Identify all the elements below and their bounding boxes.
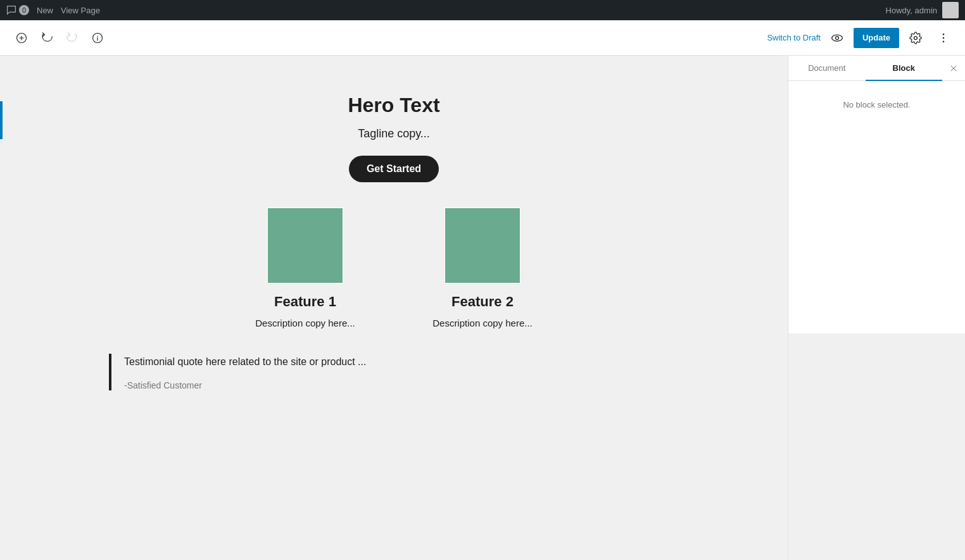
admin-avatar[interactable] bbox=[942, 2, 959, 18]
svg-point-3 bbox=[835, 36, 838, 39]
new-menu[interactable]: New bbox=[34, 6, 56, 15]
feature-1-description[interactable]: Description copy here... bbox=[236, 318, 375, 328]
plus-icon bbox=[16, 32, 27, 44]
switch-to-draft-link[interactable]: Switch to Draft bbox=[767, 33, 821, 42]
editor-area[interactable]: Hero Text Tagline copy... Get Started bbox=[0, 56, 788, 560]
editor-content: Hero Text Tagline copy... Get Started bbox=[58, 68, 729, 428]
editor-toolbar: Switch to Draft Update bbox=[0, 20, 965, 56]
block-indicator bbox=[0, 101, 3, 139]
svg-point-2 bbox=[832, 35, 843, 41]
preview-button[interactable] bbox=[826, 27, 848, 49]
main-layout: Hero Text Tagline copy... Get Started bbox=[0, 56, 965, 560]
settings-button[interactable] bbox=[904, 27, 927, 49]
svg-point-4 bbox=[914, 36, 918, 39]
eye-icon bbox=[831, 32, 843, 44]
sidebar-tabs: Document Block bbox=[788, 56, 965, 81]
testimonial-author[interactable]: -Satisfied Customer bbox=[124, 380, 679, 390]
sidebar-panel-content: No block selected. bbox=[788, 81, 965, 333]
feature-2-placeholder-svg bbox=[445, 208, 520, 283]
svg-rect-11 bbox=[267, 208, 343, 283]
sidebar-close-button[interactable] bbox=[942, 56, 965, 80]
right-sidebar: Document Block No block selected. bbox=[788, 56, 965, 560]
feature-1-item: Feature 1 Description copy here... bbox=[236, 208, 375, 328]
features-section: Feature 1 Description copy here... Featu… bbox=[109, 208, 679, 328]
comment-icon bbox=[6, 5, 16, 15]
undo-icon bbox=[41, 32, 53, 44]
gear-icon bbox=[909, 32, 922, 44]
feature-1-title[interactable]: Feature 1 bbox=[236, 294, 375, 310]
add-block-button[interactable] bbox=[10, 27, 33, 49]
redo-icon bbox=[66, 32, 78, 44]
info-button[interactable] bbox=[86, 27, 109, 49]
update-button[interactable]: Update bbox=[854, 28, 899, 48]
no-block-message: No block selected. bbox=[843, 100, 910, 109]
feature-1-image bbox=[267, 208, 343, 283]
hero-cta-button[interactable]: Get Started bbox=[349, 156, 439, 182]
close-icon bbox=[949, 63, 959, 73]
feature-1-placeholder-svg bbox=[267, 208, 343, 283]
comment-count: 0 bbox=[19, 5, 29, 15]
feature-2-image bbox=[445, 208, 520, 283]
svg-point-5 bbox=[943, 33, 945, 35]
undo-button[interactable] bbox=[35, 27, 58, 49]
toolbar-left bbox=[10, 27, 109, 49]
svg-point-7 bbox=[943, 40, 945, 42]
more-options-button[interactable] bbox=[932, 27, 955, 49]
testimonial-quote[interactable]: Testimonial quote here related to the si… bbox=[124, 354, 679, 370]
comments-icon-area[interactable]: 0 bbox=[6, 5, 29, 15]
sidebar-body-empty bbox=[788, 333, 965, 561]
redo-button[interactable] bbox=[61, 27, 84, 49]
tab-document[interactable]: Document bbox=[788, 56, 866, 80]
tab-block[interactable]: Block bbox=[866, 56, 943, 80]
feature-2-title[interactable]: Feature 2 bbox=[413, 294, 552, 310]
admin-bar-right: Howdy, admin bbox=[886, 2, 959, 18]
testimonial-section: Testimonial quote here related to the si… bbox=[109, 354, 679, 390]
view-page-link[interactable]: View Page bbox=[61, 6, 100, 15]
svg-rect-15 bbox=[445, 208, 520, 283]
admin-bar: 0 New View Page Howdy, admin bbox=[0, 0, 965, 20]
hero-title[interactable]: Hero Text bbox=[109, 94, 679, 117]
toolbar-right: Switch to Draft Update bbox=[767, 27, 955, 49]
info-icon bbox=[92, 32, 103, 44]
howdy-label: Howdy, admin bbox=[886, 6, 937, 15]
hero-tagline[interactable]: Tagline copy... bbox=[109, 127, 679, 140]
feature-2-item: Feature 2 Description copy here... bbox=[413, 208, 552, 328]
feature-2-description[interactable]: Description copy here... bbox=[413, 318, 552, 328]
svg-point-6 bbox=[943, 37, 945, 39]
more-vertical-icon bbox=[937, 32, 950, 44]
hero-section: Hero Text Tagline copy... Get Started bbox=[109, 94, 679, 182]
